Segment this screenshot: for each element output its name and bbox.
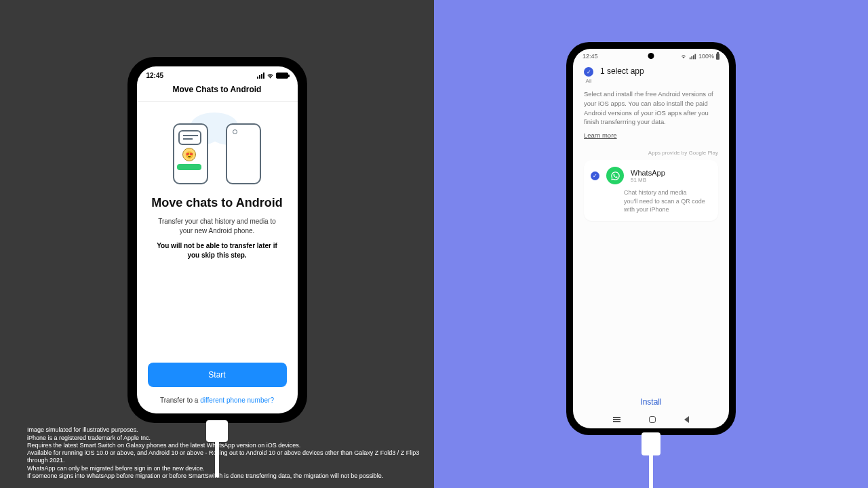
disclaimer-line: Requires the latest Smart Switch on Gala… [27, 442, 434, 449]
app-subinfo: Chat history and media you'll need to sc… [624, 188, 711, 214]
apps-provider-label: Apps provide by Google Play [584, 150, 718, 156]
select-all-checkbox[interactable]: ✓ [584, 67, 593, 77]
nav-recents-icon[interactable] [613, 417, 620, 422]
ios-status-icons [257, 73, 288, 79]
ios-statusbar: 12:45 [137, 66, 298, 82]
disclaimer-line: WhatsApp can only be migrated before sig… [27, 465, 434, 472]
skip-warning: You will not be able to transfer later i… [148, 241, 287, 260]
panel-iphone: 12:45 Move Chats to Android 😍 Move ch [0, 0, 434, 488]
signal-icon [690, 54, 696, 59]
select-header-row: ✓ All 1 select app [584, 66, 718, 84]
select-description: Select and install rhe free Android vers… [584, 89, 718, 127]
transfer-illustration: 😍 [166, 114, 268, 185]
whatsapp-icon [606, 167, 624, 184]
disclaimer-line: Available for running iOS 10.0 or above,… [27, 449, 434, 465]
ios-footer: Start Transfer to a different phone numb… [137, 359, 298, 413]
app-size: 51 MB [631, 177, 665, 183]
battery-icon [276, 73, 288, 79]
battery-icon [716, 54, 719, 60]
battery-percent: 100% [698, 53, 714, 60]
ios-time: 12:45 [146, 72, 164, 79]
learn-more-link[interactable]: Learn more [584, 131, 617, 139]
app-name: WhatsApp [631, 169, 665, 177]
ios-nav-title: Move Chats to Android [137, 82, 298, 102]
app-checkbox[interactable]: ✓ [591, 171, 599, 180]
page-description: Transfer your chat history and media to … [148, 217, 287, 236]
install-button[interactable]: Install [573, 389, 729, 412]
select-all-label: All [586, 78, 592, 84]
page-title: Move chats to Android [151, 196, 282, 210]
ios-body: 😍 Move chats to Android Transfer your ch… [137, 102, 298, 359]
android-screen: 12:45 100% ✓ All 1 select app Sel [573, 49, 729, 428]
disclaimer-line: If someone signs into WhatsApp before mi… [27, 472, 434, 480]
android-content: ✓ All 1 select app Select and install rh… [573, 61, 729, 389]
app-card-header: ✓ WhatsApp 51 MB [591, 167, 711, 184]
android-status-icons: 100% [680, 53, 719, 60]
disclaimer-line: Image simulated for illustrative purpose… [27, 426, 434, 434]
app-sub-line1: Chat history and media [624, 188, 711, 197]
transfer-prefix: Transfer to a [160, 396, 200, 404]
disclaimer-text: Image simulated for illustrative purpose… [27, 426, 434, 480]
nav-back-icon[interactable] [684, 416, 689, 423]
panel-android: 12:45 100% ✓ All 1 select app Sel [434, 0, 868, 488]
disclaimer-line: iPhone is a registered trademark of Appl… [27, 434, 434, 442]
transfer-number-link[interactable]: Transfer to a different phone number? [148, 396, 287, 404]
wifi-icon [680, 54, 687, 59]
start-button[interactable]: Start [148, 363, 287, 387]
android-frame: 12:45 100% ✓ All 1 select app Sel [566, 42, 736, 435]
iphone-frame: 12:45 Move Chats to Android 😍 Move ch [127, 57, 307, 423]
app-sub-line2: you'll need to scan a QR code with your … [624, 197, 711, 214]
camera-punchhole [648, 53, 654, 59]
iphone-screen: 12:45 Move Chats to Android 😍 Move ch [137, 66, 298, 413]
cable [649, 449, 653, 488]
transfer-link-text: different phone number? [200, 396, 274, 404]
android-time: 12:45 [583, 53, 598, 60]
android-navbar [573, 412, 729, 428]
android-statusbar: 12:45 100% [573, 49, 729, 61]
app-card-whatsapp[interactable]: ✓ WhatsApp 51 MB Chat history and media … [584, 160, 718, 221]
select-title: 1 select app [600, 66, 644, 76]
signal-icon [257, 73, 264, 79]
wifi-icon [267, 73, 274, 79]
nav-home-icon[interactable] [649, 416, 656, 423]
